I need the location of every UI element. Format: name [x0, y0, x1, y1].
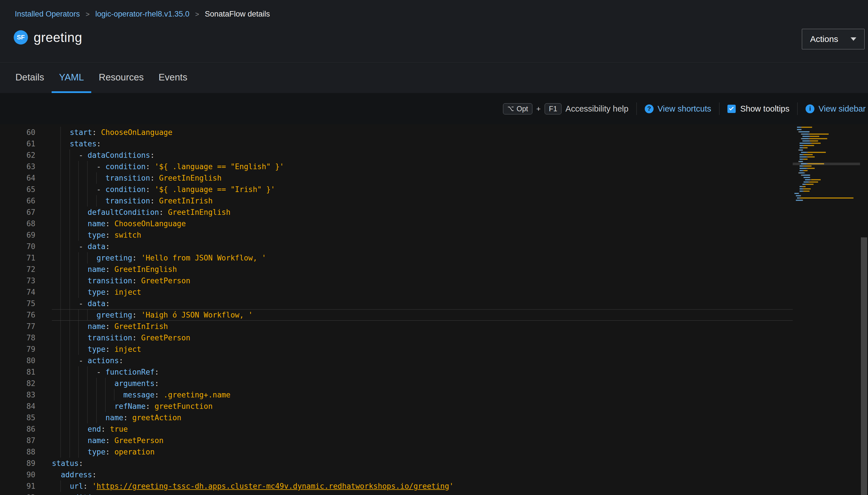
code-line-62[interactable]: - dataConditions: — [52, 150, 793, 161]
line-number-75[interactable]: 75 — [0, 298, 52, 309]
code-line-90[interactable]: address: — [52, 469, 793, 480]
code-line-84[interactable]: refName: greetFunction — [52, 400, 793, 412]
line-number-62[interactable]: 62 — [0, 150, 52, 161]
minimap-bar — [803, 159, 808, 160]
line-number-74[interactable]: 74 — [0, 287, 52, 298]
tab-details[interactable]: Details — [8, 63, 52, 93]
minimap-bar — [810, 138, 827, 139]
code-line-74[interactable]: type: inject — [52, 287, 793, 298]
minimap-bar — [805, 179, 810, 180]
minimap-bar — [803, 147, 808, 148]
code-line-81[interactable]: - functionRef: — [52, 366, 793, 378]
line-number-81[interactable]: 81 — [0, 366, 52, 378]
show-tooltips-toggle[interactable]: Show tooltips — [727, 104, 790, 114]
code-line-78[interactable]: transition: GreetPerson — [52, 332, 793, 343]
code-line-77[interactable]: name: GreetInIrish — [52, 321, 793, 332]
code-line-85[interactable]: name: greetAction — [52, 412, 793, 423]
line-number-66[interactable]: 66 — [0, 195, 52, 207]
view-shortcuts-link[interactable]: ? View shortcuts — [645, 104, 711, 114]
code-line-79[interactable]: type: inject — [52, 343, 793, 355]
code-line-82[interactable]: arguments: — [52, 378, 793, 389]
code-line-80[interactable]: - actions: — [52, 355, 793, 366]
code-line-89[interactable]: status: — [52, 458, 793, 469]
code-line-76[interactable]: greeting: 'Haigh ó JSON Workflow, ' — [52, 309, 793, 321]
line-number-79[interactable]: 79 — [0, 343, 52, 355]
code-line-87[interactable]: name: GreetPerson — [52, 435, 793, 446]
code-line-75[interactable]: - data: — [52, 298, 793, 309]
code-line-63[interactable]: - condition: '${ .language == "English" … — [52, 161, 793, 172]
line-number-85[interactable]: 85 — [0, 412, 52, 423]
editor-scrollbar[interactable] — [860, 124, 868, 495]
line-number-88[interactable]: 88 — [0, 446, 52, 458]
line-number-89[interactable]: 89 — [0, 458, 52, 469]
code-line-60[interactable]: start: ChooseOnLanguage — [52, 127, 793, 138]
line-number-68[interactable]: 68 — [0, 218, 52, 229]
line-number-86[interactable]: 86 — [0, 423, 52, 435]
line-number-90[interactable]: 90 — [0, 469, 52, 480]
line-number-65[interactable]: 65 — [0, 184, 52, 195]
line-number-67[interactable]: 67 — [0, 207, 52, 218]
line-number-92[interactable]: 92 — [0, 492, 52, 495]
line-number-61[interactable]: 61 — [0, 138, 52, 150]
line-number-84[interactable]: 84 — [0, 400, 52, 412]
line-number-83[interactable]: 83 — [0, 389, 52, 400]
line-number-64[interactable]: 64 — [0, 172, 52, 184]
line-number-72[interactable]: 72 — [0, 263, 52, 275]
minimap-bar — [800, 156, 806, 157]
code-line-64[interactable]: transition: GreetInEnglish — [52, 172, 793, 184]
line-number-63[interactable]: 63 — [0, 161, 52, 172]
line-number-73[interactable]: 73 — [0, 275, 52, 287]
line-number-82[interactable]: 82 — [0, 378, 52, 389]
line-number-80[interactable]: 80 — [0, 355, 52, 366]
tab-events[interactable]: Events — [151, 63, 195, 93]
main-content: Opt + F1 Accessibility help ? View short… — [0, 93, 868, 495]
editor-code[interactable]: start: ChooseOnLanguage states: - dataCo… — [52, 124, 793, 495]
code-line-68[interactable]: name: ChooseOnLanguage — [52, 218, 793, 229]
yaml-editor[interactable]: 6061626364656667686970717273747576777879… — [0, 124, 868, 495]
minimap-bar — [800, 143, 810, 144]
line-number-76[interactable]: 76 — [0, 309, 52, 321]
code-line-73[interactable]: transition: GreetPerson — [52, 275, 793, 287]
code-line-65[interactable]: - condition: '${ .language == "Irish" }' — [52, 184, 793, 195]
line-number-70[interactable]: 70 — [0, 241, 52, 252]
breadcrumb-link-operator-version[interactable]: logic-operator-rhel8.v1.35.0 — [95, 10, 189, 19]
line-number-60[interactable]: 60 — [0, 127, 52, 138]
tab-resources[interactable]: Resources — [91, 63, 151, 93]
minimap[interactable] — [793, 124, 860, 495]
tab-bar: Details YAML Resources Events — [0, 63, 868, 93]
kbd-opt: Opt — [503, 103, 532, 115]
line-number-91[interactable]: 91 — [0, 480, 52, 492]
minimap-bar — [802, 138, 809, 139]
minimap-bar — [800, 145, 802, 146]
minimap-bar — [802, 136, 809, 137]
breadcrumb-current: SonataFlow details — [205, 10, 270, 19]
minimap-bar — [810, 136, 819, 137]
line-number-78[interactable]: 78 — [0, 332, 52, 343]
scrollbar-thumb[interactable] — [861, 237, 867, 495]
code-line-61[interactable]: states: — [52, 138, 793, 150]
actions-button[interactable]: Actions — [802, 29, 865, 49]
code-line-69[interactable]: type: switch — [52, 229, 793, 241]
code-line-72[interactable]: name: GreetInEnglish — [52, 263, 793, 275]
code-line-67[interactable]: defaultCondition: GreetInEnglish — [52, 207, 793, 218]
tab-yaml[interactable]: YAML — [52, 63, 91, 93]
minimap-bar — [804, 172, 805, 173]
line-number-87[interactable]: 87 — [0, 435, 52, 446]
code-line-86[interactable]: end: true — [52, 423, 793, 435]
actions-button-label: Actions — [810, 34, 838, 44]
code-line-71[interactable]: greeting: 'Hello from JSON Workflow, ' — [52, 252, 793, 263]
accessibility-help-label: Accessibility help — [565, 104, 628, 114]
code-line-70[interactable]: - data: — [52, 241, 793, 252]
show-tooltips-checkbox[interactable] — [727, 105, 736, 113]
editor-gutter: 6061626364656667686970717273747576777879… — [0, 124, 52, 495]
code-line-92[interactable]: conditions: — [52, 492, 793, 495]
line-number-69[interactable]: 69 — [0, 229, 52, 241]
view-sidebar-link[interactable]: i View sidebar — [805, 104, 866, 114]
code-line-83[interactable]: message: .greeting+.name — [52, 389, 793, 400]
code-line-91[interactable]: url: 'https://greeting-tssc-dh.apps.clus… — [52, 480, 793, 492]
code-line-88[interactable]: type: operation — [52, 446, 793, 458]
breadcrumb-link-installed-operators[interactable]: Installed Operators — [15, 10, 80, 19]
code-line-66[interactable]: transition: GreetInIrish — [52, 195, 793, 207]
line-number-77[interactable]: 77 — [0, 321, 52, 332]
line-number-71[interactable]: 71 — [0, 252, 52, 263]
